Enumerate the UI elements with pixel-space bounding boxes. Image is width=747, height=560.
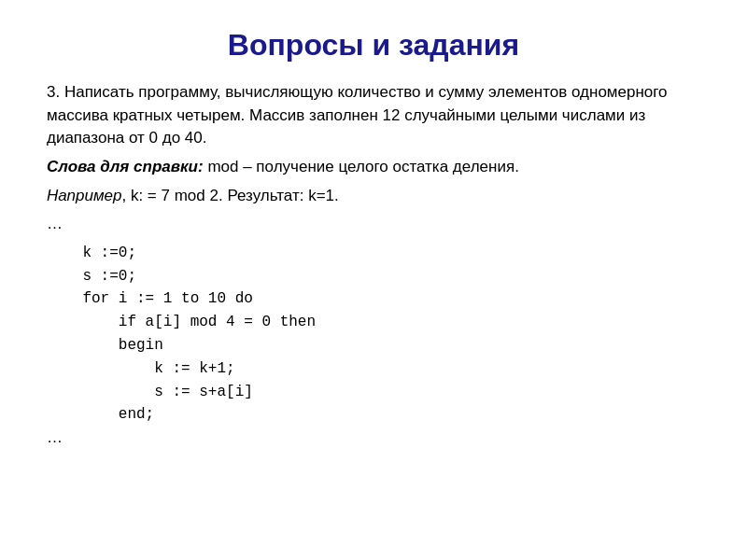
- hint-paragraph: Слова для справки: mod – получение целог…: [47, 156, 700, 179]
- code-line-6: k := k+1;: [47, 357, 700, 381]
- ellipsis-top: …: [47, 213, 700, 236]
- hint-label: Слова для справки:: [47, 158, 204, 175]
- task-paragraph: 3. Написать программу, вычисляющую колич…: [47, 81, 700, 150]
- slide-title: Вопросы и задания: [47, 28, 700, 63]
- code-line-1: k :=0;: [47, 242, 700, 265]
- code-block: k :=0; s :=0; for i := 1 to 10 do if a[i…: [47, 242, 700, 427]
- code-line-5: begin: [47, 334, 700, 357]
- example-text: , k: = 7 mod 2. Результат: k=1.: [121, 187, 338, 204]
- slide-content: 3. Написать программу, вычисляющую колич…: [47, 81, 700, 455]
- example-label: Например: [47, 187, 121, 204]
- code-line-8: end;: [47, 403, 700, 427]
- example-paragraph: Например, k: = 7 mod 2. Результат: k=1.: [47, 185, 700, 208]
- code-line-4: if a[i] mod 4 = 0 then: [47, 311, 700, 334]
- code-line-3: for i := 1 to 10 do: [47, 287, 700, 311]
- slide: Вопросы и задания 3. Написать программу,…: [0, 0, 747, 560]
- ellipsis-bottom: …: [47, 427, 700, 450]
- hint-text: mod – получение целого остатка деления.: [204, 158, 519, 175]
- code-line-2: s :=0;: [47, 265, 700, 288]
- code-line-7: s := s+a[i]: [47, 381, 700, 404]
